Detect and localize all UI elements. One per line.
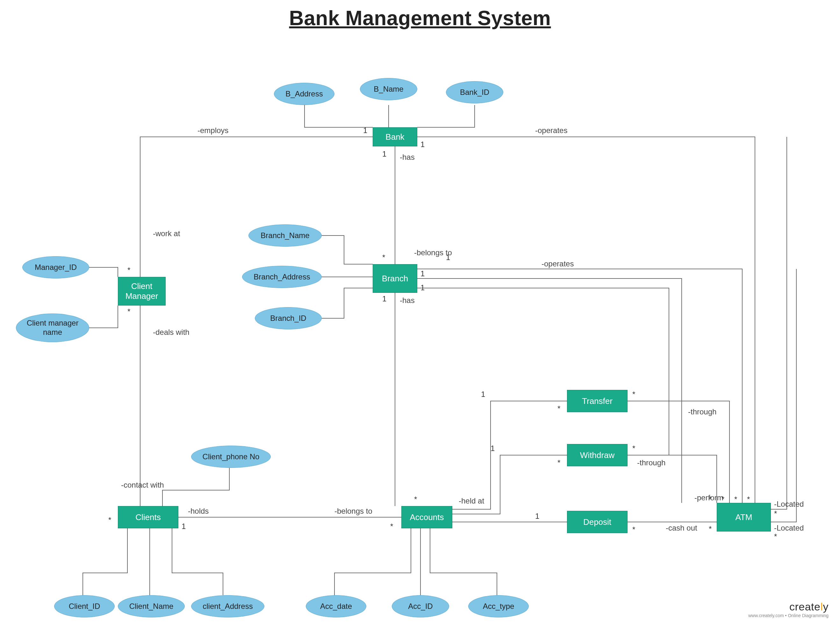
entity-deposit: Deposit — [567, 511, 627, 533]
rel-cash-out: -cash out — [666, 523, 697, 532]
card-atm-loc1-star: * — [774, 509, 777, 518]
card-branch-row2-1: 1 — [420, 269, 425, 278]
entity-clients: Clients — [118, 506, 178, 528]
card-deposit-star: * — [632, 525, 635, 534]
card-atm-loc2-star: * — [774, 532, 777, 541]
attr-branch-address: Branch_Address — [242, 266, 322, 288]
entity-withdraw: Withdraw — [567, 444, 627, 466]
card-bank-has-1: 1 — [382, 150, 387, 159]
card-acc-belongs-star: * — [390, 522, 393, 531]
rel-has-bank: -has — [400, 153, 415, 162]
attr-bank-id: Bank_ID — [446, 81, 503, 104]
card-cm-top-star: * — [128, 266, 130, 275]
attr-b-address: B_Address — [274, 83, 335, 105]
rel-deals-with: -deals with — [153, 328, 189, 337]
card-withdraw-star: * — [557, 458, 561, 467]
entity-transfer: Transfer — [567, 390, 627, 412]
attr-client-phone: Client_phone No — [191, 446, 271, 468]
rel-through-withdraw: -through — [637, 458, 665, 467]
card-atm-b2-star: * — [747, 495, 750, 504]
card-bank-employs-1: 1 — [363, 126, 367, 135]
card-branch-belongs-1: 1 — [446, 253, 450, 262]
diagram-canvas: Bank Management System — [0, 0, 840, 627]
rel-through-transfer: -through — [688, 407, 717, 416]
rel-belongs-to-acc: -belongs to — [335, 507, 373, 515]
rel-operates-branch: -operates — [542, 259, 574, 268]
rel-located-2: -Located — [774, 523, 804, 532]
card-atm-cash-star: * — [709, 525, 712, 533]
entity-accounts: Accounts — [401, 506, 452, 528]
entity-client-manager: Client Manager — [118, 277, 166, 306]
rel-contact-with: -contact with — [121, 480, 164, 490]
card-atm-t-star: * — [709, 495, 712, 504]
attr-client-id: Client_ID — [54, 595, 115, 618]
attr-branch-id: Branch_ID — [255, 307, 322, 329]
rel-work-at: -work at — [153, 229, 180, 238]
card-branch-row3-1: 1 — [420, 283, 425, 292]
card-withdraw-1: 1 — [491, 444, 495, 453]
card-withdraw-right-star: * — [632, 444, 635, 453]
entity-bank: Bank — [373, 127, 417, 147]
rel-has-branch: -has — [400, 296, 415, 305]
attr-branch-name: Branch_Name — [248, 224, 322, 247]
attr-manager-id: Manager_ID — [22, 256, 89, 279]
attr-acc-id: Acc_ID — [392, 595, 449, 618]
attr-client-address: client_Address — [191, 595, 264, 618]
logo-subtitle: www.creately.com • Online Diagramming — [748, 613, 829, 618]
creately-logo: creately www.creately.com • Online Diagr… — [748, 600, 829, 618]
logo-brand: creately — [748, 600, 829, 613]
card-clients-holds-1: 1 — [182, 522, 186, 531]
card-branch-belongs-star: * — [382, 253, 385, 262]
attr-acc-type: Acc_type — [468, 595, 529, 618]
card-atm-w-star: * — [722, 495, 725, 504]
attr-client-manager-name: Client manager name — [16, 314, 89, 342]
rel-holds: -holds — [188, 507, 208, 515]
rel-held-at: -held at — [459, 496, 484, 506]
card-transfer-1: 1 — [481, 390, 485, 399]
card-branch-has-1: 1 — [382, 295, 387, 303]
attr-client-name: Client_Name — [118, 595, 185, 618]
entity-branch: Branch — [373, 264, 417, 293]
connector-layer — [0, 0, 840, 627]
card-clients-left-star: * — [108, 515, 111, 525]
rel-operates-bank: -operates — [535, 126, 567, 135]
card-transfer-star: * — [557, 404, 561, 413]
card-acc-held-star: * — [414, 495, 417, 504]
attr-b-name: B_Name — [360, 78, 417, 100]
rel-located-1: -Located — [774, 500, 804, 509]
entity-atm: ATM — [717, 503, 771, 531]
card-atm-b1-star: * — [734, 495, 737, 504]
card-cm-bot-star: * — [128, 307, 130, 316]
card-deposit-1: 1 — [535, 512, 539, 521]
card-transfer-right-star: * — [632, 390, 635, 399]
attr-acc-date: Acc_date — [306, 595, 366, 618]
rel-employs: -employs — [197, 126, 228, 135]
card-bank-operates-1: 1 — [420, 140, 425, 149]
